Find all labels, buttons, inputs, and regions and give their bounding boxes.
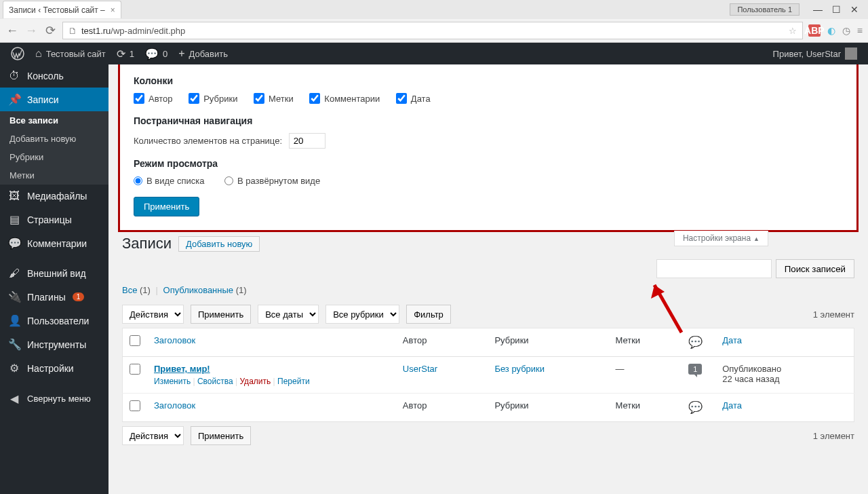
- plug-icon: 🔌: [8, 290, 20, 303]
- view-list-radio[interactable]: В виде списка: [134, 176, 204, 186]
- bulk-apply-button[interactable]: Применить: [191, 305, 251, 324]
- search-input[interactable]: [656, 259, 772, 278]
- url-path: /wp-admin/edit.php: [111, 26, 185, 36]
- sidebar-submenu-posts: Все записи Добавить новую Рубрики Метки: [0, 111, 108, 185]
- comment-icon: 💬: [8, 237, 20, 250]
- col-title-foot[interactable]: Заголовок: [154, 400, 195, 411]
- comment-icon: 💬: [688, 336, 703, 349]
- apply-screen-options-button[interactable]: Применить: [134, 197, 199, 216]
- tags-cell: —: [615, 364, 624, 374]
- forward-icon[interactable]: →: [24, 24, 38, 38]
- home-icon: ⌂: [35, 48, 42, 60]
- row-checkbox[interactable]: [130, 364, 140, 375]
- date-status: Опубликовано: [722, 364, 781, 374]
- sidebar-item-tools[interactable]: 🔧Инструменты: [0, 332, 108, 356]
- screen-options-panel: Колонки Автор Рубрики Метки Комментарии …: [118, 64, 859, 232]
- filter-all[interactable]: Все: [122, 285, 137, 295]
- reload-icon[interactable]: ⟳: [43, 23, 57, 38]
- action-edit[interactable]: Изменить: [154, 377, 191, 386]
- date-filter-select[interactable]: Все даты: [258, 305, 319, 324]
- search-button[interactable]: Поиск записей: [776, 259, 854, 278]
- ext-icon[interactable]: ◐: [827, 25, 835, 36]
- minimize-icon[interactable]: —: [813, 4, 823, 15]
- post-title-link[interactable]: Привет, мир!: [154, 364, 210, 374]
- column-checkbox-author[interactable]: Автор: [134, 93, 173, 104]
- author-link[interactable]: UserStar: [403, 364, 437, 374]
- tablenav-bottom: Действия Применить 1 элемент: [108, 422, 868, 449]
- item-count: 1 элемент: [813, 309, 854, 320]
- view-excerpt-radio[interactable]: В развёрнутом виде: [224, 176, 320, 186]
- greeting: Привет, UserStar: [773, 49, 841, 59]
- sub-item-all-posts[interactable]: Все записи: [0, 111, 108, 130]
- pagination-heading: Постраничная навигация: [134, 115, 843, 126]
- category-link[interactable]: Без рубрики: [494, 364, 545, 374]
- sidebar-item-users[interactable]: 👤Пользователи: [0, 309, 108, 332]
- action-quick-edit[interactable]: Свойства: [197, 377, 233, 386]
- column-checkbox-date[interactable]: Дата: [396, 93, 431, 104]
- maximize-icon[interactable]: ☐: [832, 4, 841, 15]
- action-view[interactable]: Перейти: [277, 377, 310, 386]
- col-date[interactable]: Дата: [722, 335, 742, 345]
- sidebar-item-plugins[interactable]: 🔌Плагины1: [0, 285, 108, 309]
- sidebar-item-media[interactable]: 🖾Медиафайлы: [0, 185, 108, 208]
- wp-logo[interactable]: [5, 43, 30, 64]
- sidebar-item-settings[interactable]: ⚙Настройки: [0, 356, 108, 380]
- abp-icon[interactable]: ABP: [808, 24, 821, 37]
- site-name-link[interactable]: ⌂ Тестовый сайт: [30, 43, 111, 64]
- site-name: Тестовый сайт: [46, 49, 106, 59]
- tab-title: Записи ‹ Тестовый сайт –: [9, 5, 105, 15]
- column-checkbox-cats[interactable]: Рубрики: [189, 93, 237, 104]
- filter-published[interactable]: Опубликованные: [163, 285, 234, 295]
- star-icon[interactable]: ☆: [789, 26, 797, 36]
- bulk-actions-select[interactable]: Действия: [122, 305, 184, 324]
- table-row: Привет, мир! Изменить | Свойства | Удали…: [123, 357, 854, 394]
- account-link[interactable]: Привет, UserStar: [768, 43, 863, 64]
- screen-options-tab[interactable]: Настройки экрана: [674, 231, 768, 246]
- column-checkbox-comments[interactable]: Комментарии: [309, 93, 380, 104]
- url-host: test1.ru: [81, 26, 111, 36]
- plus-icon: +: [178, 48, 184, 60]
- comment-icon: 💬: [145, 48, 159, 60]
- comment-count-bubble[interactable]: 1: [688, 364, 702, 375]
- sidebar-item-posts[interactable]: 📌Записи: [0, 88, 108, 111]
- category-filter-select[interactable]: Все рубрики: [326, 305, 399, 324]
- collapse-menu[interactable]: ◀Свернуть меню: [0, 387, 108, 411]
- sidebar-item-comments[interactable]: 💬Комментарии: [0, 231, 108, 255]
- filter-button[interactable]: Фильтр: [406, 305, 451, 324]
- main-content: Колонки Автор Рубрики Метки Комментарии …: [108, 64, 868, 494]
- col-date-foot[interactable]: Дата: [722, 400, 742, 411]
- sub-item-categories[interactable]: Рубрики: [0, 148, 108, 166]
- menu-icon[interactable]: ≡: [857, 25, 863, 36]
- col-title[interactable]: Заголовок: [154, 335, 195, 345]
- close-window-icon[interactable]: ✕: [850, 4, 859, 15]
- add-new-link[interactable]: + Добавить: [173, 43, 233, 64]
- add-new-label: Добавить: [189, 49, 228, 59]
- sub-item-add-new[interactable]: Добавить новую: [0, 130, 108, 148]
- per-page-input[interactable]: [289, 133, 326, 149]
- select-all-checkbox[interactable]: [130, 335, 140, 346]
- back-icon[interactable]: ←: [5, 24, 19, 38]
- browser-tab[interactable]: Записи ‹ Тестовый сайт – ×: [3, 1, 121, 18]
- user-badge[interactable]: Пользователь 1: [730, 3, 800, 16]
- sidebar-item-appearance[interactable]: 🖌Внешний вид: [0, 262, 108, 285]
- select-all-checkbox-foot[interactable]: [130, 400, 140, 411]
- dashboard-icon: ⏱: [8, 70, 20, 82]
- wordpress-icon: [11, 47, 24, 60]
- refresh-icon: ⟳: [117, 48, 125, 60]
- action-trash[interactable]: Удалить: [239, 377, 271, 386]
- sidebar-item-pages[interactable]: ▤Страницы: [0, 208, 108, 231]
- updates-link[interactable]: ⟳ 1: [111, 43, 140, 64]
- search-box: Поиск записей: [108, 259, 868, 285]
- comments-link[interactable]: 💬 0: [140, 43, 173, 64]
- address-bar: ← → ⟳ 🗋 test1.ru/wp-admin/edit.php ☆ ABP…: [0, 19, 868, 42]
- close-icon[interactable]: ×: [111, 5, 115, 15]
- add-new-button[interactable]: Добавить новую: [178, 236, 260, 252]
- tablenav-top: Действия Применить Все даты Все рубрики …: [108, 301, 868, 328]
- sub-item-tags[interactable]: Метки: [0, 166, 108, 185]
- sidebar-item-dashboard[interactable]: ⏱Консоль: [0, 64, 108, 88]
- ext-icon[interactable]: ◷: [842, 25, 850, 36]
- column-checkbox-tags[interactable]: Метки: [254, 93, 294, 104]
- url-field[interactable]: 🗋 test1.ru/wp-admin/edit.php ☆: [62, 22, 803, 39]
- bulk-apply-button-bottom[interactable]: Применить: [191, 426, 251, 445]
- bulk-actions-select-bottom[interactable]: Действия: [122, 426, 184, 445]
